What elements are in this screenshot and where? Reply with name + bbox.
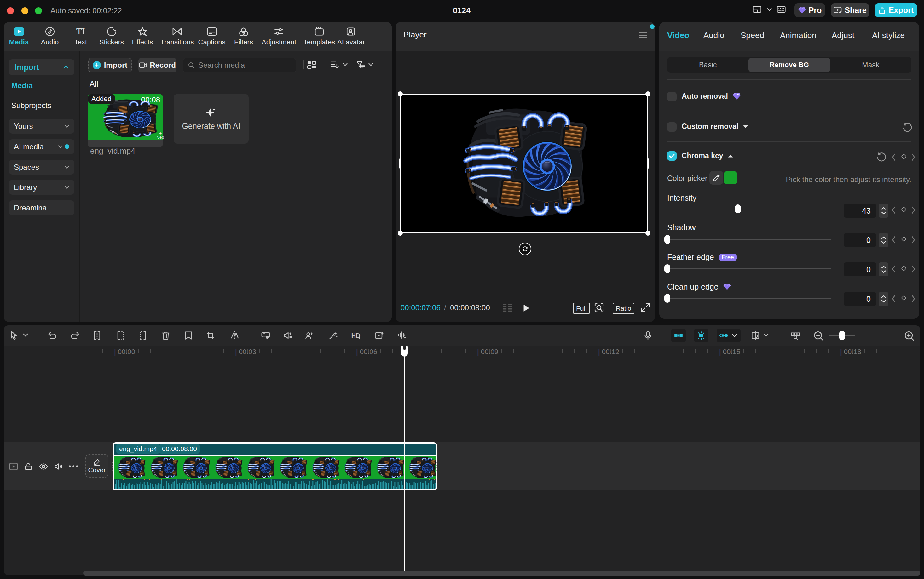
svg-text:TI: TI bbox=[76, 26, 85, 36]
